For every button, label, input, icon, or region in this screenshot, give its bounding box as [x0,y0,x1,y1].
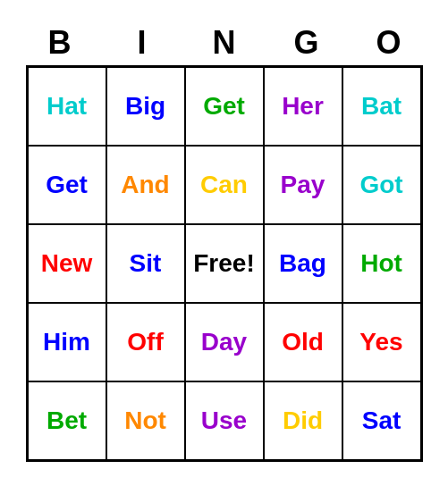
bingo-cell: Did [264,381,342,460]
bingo-letter: B [21,24,99,62]
bingo-cell: Not [106,381,185,460]
bingo-cell: New [28,224,106,303]
bingo-cell: Bet [28,381,106,460]
bingo-cell: Free! [185,224,264,303]
bingo-cell: Use [185,381,264,460]
bingo-cell: And [106,146,185,224]
bingo-grid: HatBigGetHerBatGetAndCanPayGotNewSitFree… [26,65,423,462]
bingo-cell: Her [264,67,342,146]
bingo-header: BINGO [19,24,430,62]
bingo-cell: Get [185,67,264,146]
bingo-cell: Get [28,146,106,224]
bingo-cell: Sit [106,224,185,303]
bingo-cell: Bag [264,224,342,303]
bingo-cell: Hot [342,224,421,303]
bingo-letter: I [103,24,182,62]
bingo-letter: N [185,24,264,62]
bingo-cell: Off [106,303,185,381]
bingo-cell: Hat [28,67,106,146]
bingo-cell: Bat [342,67,421,146]
bingo-cell: Big [106,67,185,146]
bingo-letter: G [267,24,346,62]
bingo-letter: O [350,24,428,62]
bingo-cell: Got [342,146,421,224]
bingo-cell: Old [264,303,342,381]
bingo-cell: Him [28,303,106,381]
bingo-cell: Day [185,303,264,381]
bingo-cell: Can [185,146,264,224]
bingo-cell: Pay [264,146,342,224]
bingo-cell: Yes [342,303,421,381]
bingo-card: BINGO HatBigGetHerBatGetAndCanPayGotNewS… [19,24,430,462]
bingo-cell: Sat [342,381,421,460]
